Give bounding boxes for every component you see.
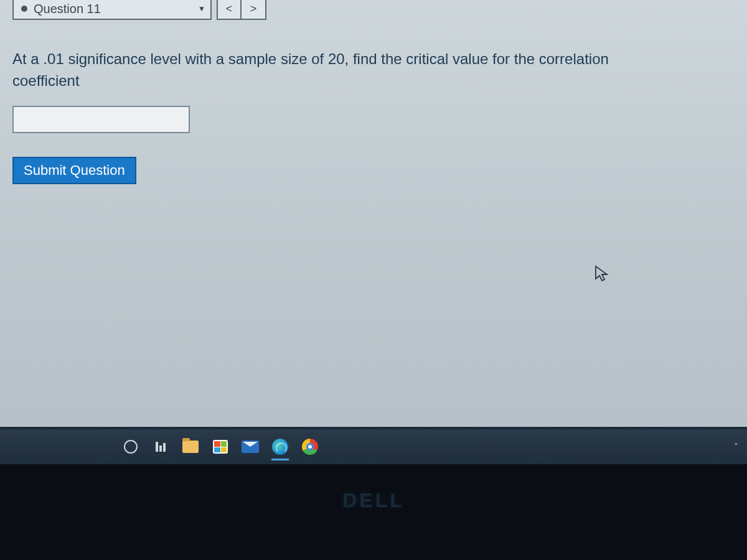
monitor-bezel: DELL (0, 464, 747, 560)
question-selector-dropdown[interactable]: Question 11 ▼ (12, 0, 212, 20)
task-view-button[interactable] (147, 433, 174, 460)
submit-button-label: Submit Question (24, 162, 125, 178)
answer-input[interactable] (12, 106, 190, 133)
task-view-icon (156, 442, 166, 452)
question-nav-buttons: < > (217, 0, 266, 20)
microsoft-store-icon (213, 440, 228, 454)
folder-icon (182, 441, 199, 453)
monitor-brand-logo: DELL (342, 489, 405, 512)
system-tray: ˄ (734, 442, 738, 452)
edge-icon (272, 439, 288, 455)
chrome-browser-button[interactable] (296, 433, 324, 460)
prev-question-button[interactable]: < (218, 0, 242, 19)
mail-app-button[interactable] (237, 433, 264, 460)
cortana-button[interactable] (117, 433, 144, 460)
microsoft-store-button[interactable] (207, 433, 234, 460)
tray-overflow-button[interactable]: ˄ (734, 442, 738, 452)
chevron-right-icon: > (250, 2, 257, 16)
file-explorer-button[interactable] (177, 433, 204, 460)
edge-browser-button[interactable] (266, 433, 294, 460)
chevron-left-icon: < (226, 2, 233, 16)
question-prompt: At a .01 significance level with a sampl… (12, 49, 666, 92)
mouse-cursor-icon (594, 265, 611, 284)
question-selector-label: Question 11 (34, 2, 198, 16)
chrome-icon (302, 439, 318, 455)
windows-taskbar: ˄ (0, 429, 747, 464)
status-dot-icon (21, 6, 27, 12)
submit-question-button[interactable]: Submit Question (12, 157, 136, 184)
quiz-content-area: Question 11 ▼ < > At a .01 significance … (0, 0, 747, 427)
next-question-button[interactable]: > (242, 0, 265, 19)
chevron-up-icon: ˄ (734, 442, 738, 452)
cortana-circle-icon (124, 440, 138, 454)
mail-icon (242, 441, 259, 453)
question-nav-row: Question 11 ▼ < > (12, 0, 735, 20)
caret-down-icon: ▼ (198, 4, 205, 13)
